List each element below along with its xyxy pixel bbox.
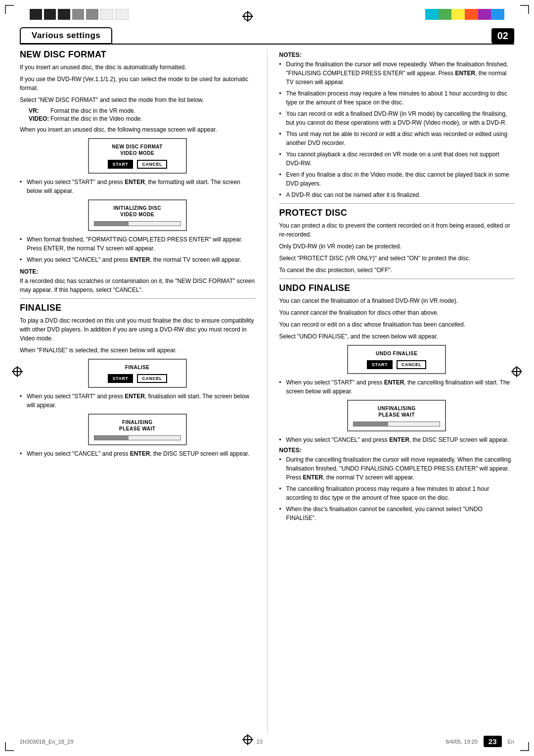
- section-header: Various settings 02: [20, 27, 514, 44]
- undo-cancel-btn[interactable]: CANCEL: [397, 360, 427, 369]
- bottom-bar: 2H30301B_En_18_29 23 8/4/05, 19:20 23 En: [20, 736, 514, 747]
- screen-finalise: FINALISE START CANCEL: [88, 359, 187, 388]
- vr-label: VR:: [29, 107, 50, 114]
- unfinalising-subtitle: PLEASE WAIT: [353, 412, 440, 418]
- screen-new-disc-format: NEW DISC FORMAT VIDEO MODE START CANCEL: [88, 138, 187, 174]
- screen-unfinalising: UNFINALISING PLEASE WAIT: [347, 400, 446, 431]
- notes-top-n4: This unit may not be able to record or e…: [279, 130, 515, 147]
- notes-top-n7: A DVD-R disc can not be named after it i…: [279, 190, 515, 199]
- undo-para3: You can record or edit on a disc whose f…: [279, 320, 515, 329]
- page-number-box: 23: [484, 736, 502, 747]
- corner-br: [520, 742, 529, 751]
- screen2-title: INITIALIZING DISC: [94, 205, 181, 211]
- new-disc-bullet1: When you select "START" and press ENTER,…: [20, 178, 255, 195]
- finalising-subtitle: PLEASE WAIT: [94, 426, 181, 431]
- notes-top-n1: During the finalisation the cursor will …: [279, 60, 515, 87]
- undo-bullet2: When you select "CANCEL" and press ENTER…: [279, 435, 515, 444]
- finalise-screen1-title: FINALISE: [94, 365, 181, 370]
- bottom-center-text: 23: [257, 739, 263, 745]
- undo-finalise-heading: UNDO FINALISE: [279, 283, 515, 293]
- reg-mark-top: [242, 11, 253, 22]
- new-disc-para1: If you insert an unused disc, the disc i…: [20, 63, 255, 72]
- vr-desc: Format the disc in the VR mode.: [50, 107, 135, 114]
- bottom-right-text: 8/4/05, 19:20: [446, 739, 478, 745]
- undo-notes-n2: The cancelling finalisation process may …: [279, 484, 515, 502]
- video-desc: Format the disc in the Video mode.: [50, 115, 142, 122]
- undo-notes-n3: When the disc's finalisation cannot be c…: [279, 505, 515, 522]
- finalise-start-btn[interactable]: START: [108, 374, 134, 383]
- col-divider: [267, 49, 267, 734]
- black-bar: [30, 9, 129, 20]
- screen1-subtitle: VIDEO MODE: [94, 150, 181, 156]
- undo-para1: You can cancel the finalisation of a fin…: [279, 296, 515, 305]
- screen-initializing: INITIALIZING DISC VIDEO MODE: [88, 199, 187, 231]
- color-bar: [425, 9, 504, 20]
- new-disc-note-text: If a recorded disc has scratches or cont…: [20, 277, 255, 294]
- undo-para4: Select "UNDO FINALISE", and the screen b…: [279, 332, 515, 341]
- new-disc-para4: When you insert an unused disc, the foll…: [20, 125, 255, 134]
- protect-disc-heading: PROTECT DISC: [279, 208, 515, 218]
- notes-bottom-heading: NOTES:: [279, 447, 515, 454]
- undo-notes-n1: During the cancelling finalisation the c…: [279, 455, 515, 482]
- corner-bl: [5, 742, 14, 751]
- notes-top-n3: You can record or edit a finalised DVD-R…: [279, 109, 515, 127]
- section-number: 02: [491, 28, 514, 44]
- notes-top-heading: NOTES:: [279, 51, 515, 58]
- new-disc-para3: Select "NEW DISC FORMAT" and select the …: [20, 95, 255, 104]
- video-label: VIDEO:: [29, 115, 50, 122]
- finalise-cancel-btn[interactable]: CANCEL: [137, 374, 167, 383]
- finalise-bullet2: When you select "CANCEL" and press ENTER…: [20, 449, 255, 458]
- protect-para3: Select "PROTECT DISC (VR ONLY)" and sele…: [279, 254, 515, 263]
- screen-undo-finalise: UNDO FINALISE START CANCEL: [347, 345, 446, 374]
- screen-finalising: FINALISING PLEASE WAIT: [88, 414, 187, 445]
- unfinalising-title: UNFINALISING: [353, 406, 440, 411]
- section-header-line: [20, 44, 514, 45]
- col-right: NOTES: During the finalisation the curso…: [279, 49, 515, 734]
- new-disc-bullet2a: When format finished, "FORMATTING COMPLE…: [20, 235, 255, 253]
- new-disc-note-heading: NOTE:: [20, 268, 255, 275]
- protect-para2: Only DVD-RW (in VR mode) can be protecte…: [279, 242, 515, 251]
- screen1-cancel-btn[interactable]: CANCEL: [137, 160, 167, 169]
- finalise-bullet1: When you select "START" and press ENTER,…: [20, 392, 255, 410]
- corner-tl: [5, 5, 14, 14]
- screen2-subtitle: VIDEO MODE: [94, 212, 181, 217]
- protect-para1: You can protect a disc to prevent the co…: [279, 221, 515, 239]
- col-left: NEW DISC FORMAT If you insert an unused …: [20, 49, 255, 734]
- undo-bullet1: When you select "START" and press ENTER,…: [279, 378, 515, 396]
- main-content: NEW DISC FORMAT If you insert an unused …: [20, 49, 514, 734]
- new-disc-para2: If you use the DVD-RW (Ver.1.1/1.2), you…: [20, 75, 255, 93]
- notes-top-n5: You cannot playback a disc recorded on V…: [279, 150, 515, 168]
- notes-top-n2: The finalisation process may require a f…: [279, 89, 515, 107]
- finalising-title: FINALISING: [94, 420, 181, 425]
- undo-start-btn[interactable]: START: [367, 360, 393, 369]
- finalise-para2: When "FINALISE" is selected, the screen …: [20, 346, 255, 355]
- notes-top-n6: Even if you finalise a disc in the Video…: [279, 170, 515, 188]
- undo-para2: You cannot cancel the finalisation for d…: [279, 308, 515, 317]
- notes-bottom-section: NOTES: During the cancelling finalisatio…: [279, 447, 515, 522]
- vr-video-block: VR: Format the disc in the VR mode. VIDE…: [29, 107, 255, 122]
- undo-screen1-title: UNDO FINALISE: [353, 351, 440, 356]
- protect-para4: To cancel the disc protection, select "O…: [279, 266, 515, 275]
- screen1-start-btn[interactable]: START: [108, 160, 134, 169]
- screen1-title: NEW DISC FORMAT: [94, 144, 181, 149]
- notes-top-section: NOTES: During the finalisation the curso…: [279, 51, 515, 199]
- section-title: Various settings: [20, 27, 112, 44]
- new-disc-bullet3: When you select "CANCEL" and press ENTER…: [20, 255, 255, 264]
- finalise-para1: To play a DVD disc recorded on this unit…: [20, 316, 255, 343]
- finalise-heading: FINALISE: [20, 303, 255, 313]
- bottom-left-text: 2H30301B_En_18_29: [20, 739, 73, 745]
- new-disc-format-heading: NEW DISC FORMAT: [20, 49, 255, 60]
- lang-label: En: [508, 739, 514, 745]
- corner-tr: [520, 5, 529, 14]
